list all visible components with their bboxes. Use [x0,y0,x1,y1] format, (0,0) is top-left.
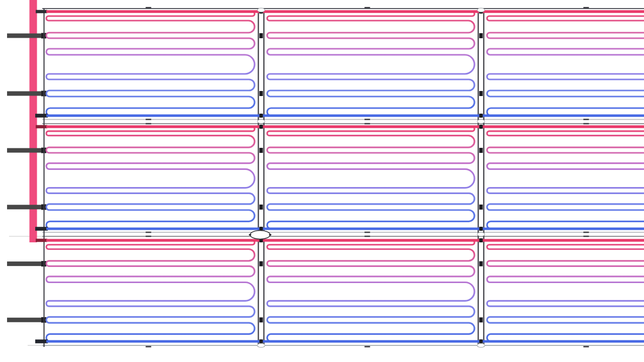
separator-node [260,339,263,343]
serpentine-pipe-row3-col2[interactable] [267,240,474,341]
manifold-stub[interactable] [7,34,45,38]
serpentine-pipe-row3-col1[interactable] [46,240,255,341]
serpentine-pipe-row2-col1[interactable] [46,127,255,229]
midpoint-tick [365,123,370,125]
midpoint-tick [584,123,589,125]
separator-node [479,227,483,231]
serpentine-pipe-row3-col3[interactable] [487,240,644,341]
separator-node [260,91,263,96]
midpoint-tick [584,119,589,120]
midpoint-tick [365,236,370,237]
serpentine-pipe-row1-col3[interactable] [487,12,644,116]
manifold-stub[interactable] [7,318,45,322]
selection-ellipse[interactable] [250,231,270,239]
midpoint-tick [146,7,151,9]
serpentine-pipe-row1-col2[interactable] [267,12,474,116]
separator-node [260,114,263,118]
separator-node [260,33,263,38]
midpoint-tick [584,7,589,9]
selection-grip [269,234,272,235]
midpoint-tick [365,7,370,9]
midpoint-tick [365,119,370,120]
manifold-stub[interactable] [7,205,45,209]
junction-lens [477,8,485,12]
midpoint-tick [146,346,151,347]
separator-node [479,91,483,96]
separator-node [260,317,263,322]
separator-node [479,33,483,38]
separator-node [479,339,483,343]
return-connector [35,114,48,118]
separator-node [260,261,263,266]
separator-node [479,261,483,266]
header-connector [36,125,47,129]
midpoint-tick [146,123,151,125]
manifold-stub[interactable] [7,261,45,266]
junction-lens [258,343,265,347]
header-connector [36,239,47,242]
midpoint-tick [365,232,370,233]
junction-lens [258,8,265,12]
header-connector [36,10,47,14]
midpoint-tick [584,232,589,233]
separator-node [479,205,483,210]
junction-lens [477,343,485,347]
midpoint-tick [146,119,151,120]
midpoint-tick [146,236,151,237]
junction-lens [477,120,485,124]
separator-node [479,238,483,242]
canvas [0,0,644,362]
separator-node [260,205,263,210]
manifold-stub[interactable] [7,92,45,96]
manifold-stub[interactable] [7,148,45,153]
serpentine-pipe-row2-col2[interactable] [267,127,474,229]
separator-node [479,148,483,153]
junction-lens [477,232,485,236]
serpentine-pipe-row1-col1[interactable] [46,12,255,116]
selection-grip [249,234,252,235]
serpentine-pipe-row2-col3[interactable] [487,127,644,229]
midpoint-tick [146,232,151,233]
separator-node [479,317,483,322]
midpoint-tick [584,346,589,347]
separator-node [260,125,263,129]
separator-node [479,125,483,129]
junction-lens [258,120,265,124]
separator-node [260,148,263,153]
separator-node [479,114,483,118]
return-connector [35,339,48,343]
midpoint-tick [584,236,589,237]
piping-diagram [0,0,644,362]
return-connector [35,227,48,231]
midpoint-tick [365,346,370,347]
